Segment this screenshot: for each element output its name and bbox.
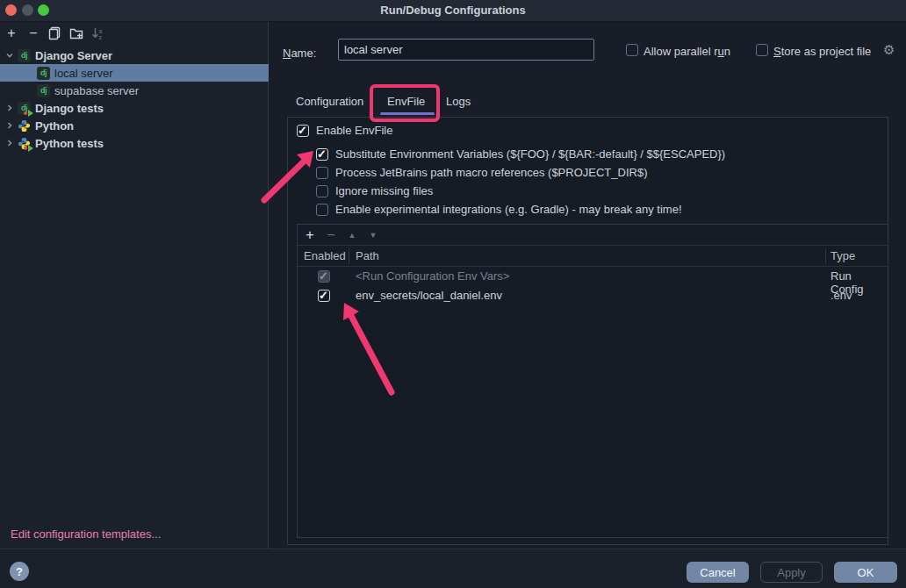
edit-configuration-templates-link[interactable]: Edit configuration templates... — [11, 527, 161, 541]
ok-button[interactable]: OK — [834, 562, 897, 583]
move-down-icon[interactable]: ▼ — [366, 226, 380, 244]
tab-logs[interactable]: Logs — [446, 95, 471, 108]
process-path-macro-option: Process JetBrains path macro references … — [316, 166, 647, 179]
column-header-enabled: Enabled — [304, 249, 346, 262]
env-files-table: + − ▲ ▼ Enabled Path Type ✓ <Run Configu… — [297, 224, 888, 538]
store-as-project-file-checkbox[interactable] — [756, 44, 768, 56]
remove-configuration-icon[interactable]: − — [25, 25, 41, 41]
ignore-missing-files-option: Ignore missing files — [316, 184, 433, 197]
titlebar: Run/Debug Configurations — [0, 0, 906, 22]
django-icon: dj — [37, 67, 50, 80]
substitute-env-vars-option: ✓ Substitute Environment Variables (${FO… — [316, 147, 725, 161]
chevron-right-icon[interactable] — [5, 121, 18, 130]
django-tests-icon: dj — [18, 102, 31, 115]
window-title: Run/Debug Configurations — [0, 4, 906, 17]
column-header-path: Path — [356, 249, 379, 262]
move-up-icon[interactable]: ▲ — [345, 226, 359, 244]
tab-configuration[interactable]: Configuration — [296, 95, 363, 108]
table-row[interactable]: ✓ env_secrets/local_daniel.env .env — [298, 286, 888, 305]
row-path: env_secrets/local_daniel.env — [356, 289, 502, 302]
svg-text:a: a — [99, 28, 103, 34]
configurations-sidebar: + − az dj Django Server dj local server — [0, 22, 269, 549]
experimental-integrations-checkbox[interactable] — [316, 204, 328, 216]
tree-item-python-tests[interactable]: Python tests — [0, 134, 269, 152]
configurations-tree: dj Django Server dj local server dj supa… — [0, 47, 269, 152]
substitute-env-vars-checkbox[interactable]: ✓ — [316, 148, 328, 161]
tree-item-django-tests[interactable]: dj Django tests — [0, 99, 269, 117]
option-label: Process JetBrains path macro references … — [335, 166, 647, 179]
run-debug-configurations-dialog: Run/Debug Configurations + − az dj Djang… — [0, 0, 906, 588]
row-type: .env — [830, 289, 852, 302]
gear-icon[interactable]: ⚙ — [883, 42, 895, 58]
add-env-file-icon[interactable]: + — [303, 226, 317, 244]
svg-text:z: z — [99, 34, 103, 40]
tab-envfile[interactable]: EnvFile — [387, 95, 425, 108]
ignore-missing-files-checkbox[interactable] — [316, 185, 328, 197]
name-label: Name: — [283, 47, 316, 60]
sort-alphabetically-icon[interactable]: az — [90, 25, 106, 41]
dialog-footer: ? Cancel Apply OK — [0, 549, 906, 588]
chevron-down-icon[interactable] — [5, 51, 18, 60]
experimental-integrations-option: Enable experimental integrations (e.g. G… — [316, 203, 682, 216]
tree-item-python[interactable]: Python — [0, 117, 269, 134]
chevron-right-icon[interactable] — [5, 104, 18, 112]
table-header: Enabled Path Type — [298, 246, 888, 267]
row-path: <Run Configuration Env Vars> — [356, 269, 509, 283]
help-button[interactable]: ? — [10, 562, 29, 581]
envfile-tab-panel: ✓ Enable EnvFile ✓ Substitute Environmen… — [287, 117, 888, 545]
option-label: Ignore missing files — [335, 184, 433, 197]
chevron-right-icon[interactable] — [5, 139, 18, 147]
sidebar-toolbar: + − az — [0, 22, 269, 45]
django-icon: dj — [18, 49, 31, 62]
env-files-table-toolbar: + − ▲ ▼ — [298, 225, 888, 246]
option-label: Enable experimental integrations (e.g. G… — [335, 203, 682, 216]
new-folder-icon[interactable] — [68, 25, 84, 41]
table-row[interactable]: ✓ <Run Configuration Env Vars> Run Confi… — [298, 267, 888, 286]
enable-envfile-checkbox[interactable]: ✓ — [297, 125, 309, 137]
python-tests-icon — [18, 137, 31, 150]
enable-envfile-option: ✓ Enable EnvFile — [297, 124, 392, 137]
row-enabled-checkbox[interactable]: ✓ — [318, 290, 330, 302]
tree-item-local-server[interactable]: dj local server — [0, 64, 269, 82]
django-icon: dj — [37, 84, 50, 97]
name-input[interactable] — [338, 39, 594, 61]
allow-parallel-run-checkbox[interactable] — [626, 44, 638, 56]
apply-button[interactable]: Apply — [760, 562, 823, 583]
option-label: Enable EnvFile — [316, 124, 392, 137]
row-enabled-checkbox: ✓ — [318, 270, 330, 283]
remove-env-file-icon[interactable]: − — [324, 226, 338, 244]
configuration-editor: Name: Allow parallel run Store as projec… — [270, 22, 906, 549]
cancel-button[interactable]: Cancel — [687, 562, 749, 583]
store-as-project-file-label: Store as project file — [773, 45, 871, 58]
allow-parallel-run-label: Allow parallel run — [644, 45, 730, 58]
python-icon — [18, 119, 31, 133]
add-configuration-icon[interactable]: + — [4, 25, 19, 41]
option-label: Substitute Environment Variables (${FOO}… — [335, 147, 725, 161]
tree-item-supabase-server[interactable]: dj supabase server — [0, 82, 269, 99]
tree-item-django-server[interactable]: dj Django Server — [0, 47, 269, 64]
column-header-type: Type — [830, 249, 855, 262]
copy-configuration-icon[interactable] — [47, 25, 62, 41]
process-path-macro-checkbox[interactable] — [316, 167, 328, 179]
active-tab-underline — [380, 112, 435, 115]
